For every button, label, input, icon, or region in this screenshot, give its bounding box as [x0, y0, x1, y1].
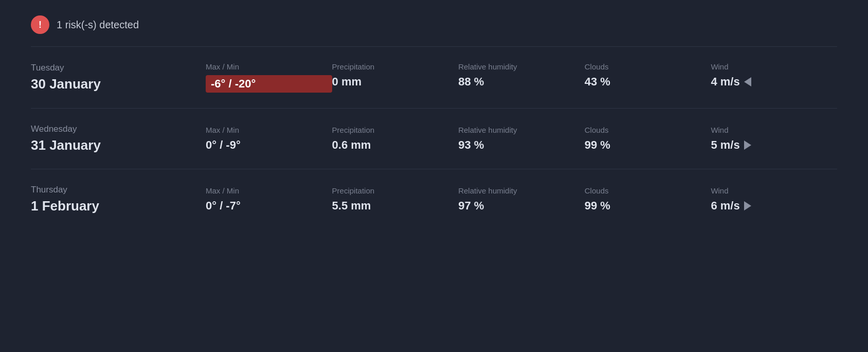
date-full: 30 January — [31, 76, 206, 92]
wind-item: Wind 6 m/s — [711, 186, 837, 213]
wind-item: Wind 4 m/s — [711, 62, 837, 93]
precipitation-item: Precipitation 5.5 mm — [332, 186, 459, 213]
clouds-value: 99 % — [585, 138, 711, 152]
humidity-value: 97 % — [458, 199, 585, 213]
wind-label: Wind — [711, 126, 837, 134]
data-cols: Max / Min -6° / -20° Precipitation 0 mm … — [206, 62, 837, 93]
date-col: Wednesday 31 January — [31, 124, 206, 153]
weather-row: Wednesday 31 January Max / Min 0° / -9° … — [31, 109, 837, 169]
clouds-value: 99 % — [585, 199, 711, 213]
date-full: 1 February — [31, 198, 206, 214]
wind-item: Wind 5 m/s — [711, 126, 837, 152]
date-col: Tuesday 30 January — [31, 63, 206, 92]
wind-label: Wind — [711, 62, 837, 71]
humidity-item: Relative humidity 97 % — [458, 186, 585, 213]
maxmin-label: Max / Min — [206, 126, 332, 134]
maxmin-item: Max / Min 0° / -9° — [206, 126, 332, 152]
precipitation-value: 0.6 mm — [332, 138, 459, 152]
wind-direction-icon — [744, 201, 751, 210]
data-cols: Max / Min 0° / -7° Precipitation 5.5 mm … — [206, 186, 837, 213]
date-col: Thursday 1 February — [31, 185, 206, 214]
date-full: 31 January — [31, 137, 206, 153]
clouds-item: Clouds 43 % — [585, 62, 711, 93]
clouds-label: Clouds — [585, 62, 711, 71]
clouds-item: Clouds 99 % — [585, 186, 711, 213]
alert-bar: ! 1 risk(-s) detected — [31, 10, 837, 46]
precipitation-value: 0 mm — [332, 75, 459, 89]
humidity-label: Relative humidity — [458, 186, 585, 195]
humidity-label: Relative humidity — [458, 126, 585, 134]
day-name: Tuesday — [31, 63, 206, 73]
maxmin-value: 0° / -9° — [206, 138, 332, 152]
clouds-value: 43 % — [585, 75, 711, 89]
maxmin-item: Max / Min -6° / -20° — [206, 62, 332, 93]
wind-direction-icon — [744, 77, 751, 86]
humidity-value: 93 % — [458, 138, 585, 152]
maxmin-value: 0° / -7° — [206, 199, 332, 213]
precipitation-value: 5.5 mm — [332, 199, 459, 213]
weather-rows: Tuesday 30 January Max / Min -6° / -20° … — [31, 47, 837, 230]
wind-value: 6 m/s — [711, 199, 837, 213]
data-cols: Max / Min 0° / -9° Precipitation 0.6 mm … — [206, 126, 837, 152]
wind-value: 4 m/s — [711, 75, 837, 89]
alert-text: 1 risk(-s) detected — [57, 19, 139, 31]
precipitation-label: Precipitation — [332, 126, 459, 134]
weather-row: Tuesday 30 January Max / Min -6° / -20° … — [31, 47, 837, 109]
humidity-item: Relative humidity 93 % — [458, 126, 585, 152]
weather-row: Thursday 1 February Max / Min 0° / -7° P… — [31, 169, 837, 230]
wind-direction-icon — [744, 140, 751, 150]
day-name: Thursday — [31, 185, 206, 195]
maxmin-label: Max / Min — [206, 62, 332, 71]
precipitation-item: Precipitation 0.6 mm — [332, 126, 459, 152]
humidity-label: Relative humidity — [458, 62, 585, 71]
maxmin-value: -6° / -20° — [206, 75, 332, 93]
precipitation-label: Precipitation — [332, 186, 459, 195]
maxmin-label: Max / Min — [206, 186, 332, 195]
maxmin-item: Max / Min 0° / -7° — [206, 186, 332, 213]
alert-icon: ! — [31, 15, 49, 34]
humidity-value: 88 % — [458, 75, 585, 89]
wind-value: 5 m/s — [711, 138, 837, 152]
precipitation-item: Precipitation 0 mm — [332, 62, 459, 93]
day-name: Wednesday — [31, 124, 206, 134]
humidity-item: Relative humidity 88 % — [458, 62, 585, 93]
wind-label: Wind — [711, 186, 837, 195]
clouds-item: Clouds 99 % — [585, 126, 711, 152]
main-container: ! 1 risk(-s) detected Tuesday 30 January… — [0, 0, 868, 240]
precipitation-label: Precipitation — [332, 62, 459, 71]
clouds-label: Clouds — [585, 126, 711, 134]
clouds-label: Clouds — [585, 186, 711, 195]
